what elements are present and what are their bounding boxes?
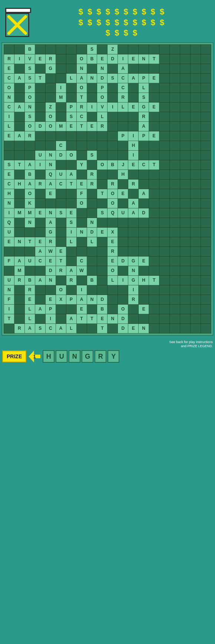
dark-cell	[128, 64, 139, 73]
dark-cell	[14, 189, 24, 198]
dark-cell	[159, 266, 170, 275]
letter-cell: C	[76, 112, 87, 121]
letter-cell: O	[108, 198, 118, 208]
letter-cell: L	[66, 237, 76, 246]
letter-cell: I	[128, 131, 139, 141]
dark-cell	[108, 295, 118, 304]
dark-cell	[97, 44, 108, 54]
dark-cell	[87, 266, 97, 275]
letter-cell: N	[4, 93, 14, 102]
dark-cell	[170, 256, 180, 266]
letter-cell: A	[45, 218, 56, 227]
dark-cell	[180, 121, 190, 131]
letter-cell: S	[108, 73, 118, 83]
dark-cell	[149, 208, 159, 218]
dark-cell	[190, 323, 201, 333]
letter-cell: T	[66, 179, 76, 189]
letter-cell: I	[45, 314, 56, 323]
letter-cell: O	[76, 198, 87, 208]
letter-cell: A	[66, 266, 76, 275]
dark-cell	[201, 150, 211, 160]
dark-cell	[190, 150, 201, 160]
dark-cell	[118, 44, 128, 54]
letter-cell: U	[4, 275, 14, 285]
dark-cell	[190, 285, 201, 295]
bonus-word-row: PRIZE1HUNGRY	[2, 350, 213, 363]
dark-cell	[128, 227, 139, 237]
letter-cell: O	[45, 121, 56, 131]
letter-cell: P	[24, 83, 35, 93]
dark-cell	[14, 93, 24, 102]
letter-cell: L	[97, 112, 108, 121]
letter-cell: S	[66, 218, 76, 227]
dark-cell	[14, 227, 24, 237]
dark-cell	[180, 208, 190, 218]
arrow-number-badge: 1	[29, 350, 40, 362]
letter-cell: T	[97, 323, 108, 333]
bonus-section: See back for play instructions and PRIZE…	[0, 337, 215, 368]
dark-cell	[45, 198, 56, 208]
dark-cell	[45, 83, 56, 93]
letter-cell: D	[118, 323, 128, 333]
dark-cell	[14, 314, 24, 323]
dark-cell	[14, 44, 24, 54]
dark-cell	[139, 64, 149, 73]
letter-cell: N	[139, 323, 149, 333]
letter-cell: U	[4, 227, 14, 237]
letter-cell: D	[35, 121, 45, 131]
dark-cell	[201, 44, 211, 54]
dark-cell	[201, 275, 211, 285]
dark-cell	[180, 189, 190, 198]
letter-cell: S	[87, 150, 97, 160]
letter-cell: M	[24, 208, 35, 218]
dark-cell	[201, 112, 211, 121]
letter-cell: L	[24, 304, 35, 314]
dark-cell	[201, 266, 211, 275]
dark-cell	[24, 266, 35, 275]
dark-cell	[159, 44, 170, 54]
dark-cell	[180, 83, 190, 93]
dark-cell	[180, 112, 190, 121]
letter-cell: X	[108, 227, 118, 237]
dark-cell	[56, 64, 66, 73]
dark-cell	[170, 275, 180, 285]
dark-cell	[35, 93, 45, 102]
back-text: See back for play instructions and PRIZE…	[165, 340, 213, 349]
dark-cell	[201, 198, 211, 208]
dark-cell	[87, 83, 97, 93]
letter-cell: D	[108, 54, 118, 64]
letter-cell: O	[45, 112, 56, 121]
dark-cell	[180, 295, 190, 304]
dollar-signs: $ $ $ $ $ $ $ $ $ $ $ $ $ $ $ $ $ $ $ $ …	[34, 7, 210, 38]
dark-cell	[190, 121, 201, 131]
letter-cell: R	[87, 170, 97, 179]
letter-cell: S	[139, 93, 149, 102]
letter-cell: I	[76, 285, 87, 295]
dark-cell	[139, 227, 149, 237]
dark-cell	[139, 150, 149, 160]
letter-cell: E	[4, 237, 14, 246]
letter-cell: H	[14, 179, 24, 189]
dark-cell	[180, 256, 190, 266]
dark-cell	[201, 323, 211, 333]
letter-cell: P	[139, 73, 149, 83]
dark-cell	[14, 295, 24, 304]
bonus-letter-cell: H	[43, 350, 54, 363]
dark-cell	[108, 131, 118, 141]
header-section: $ $ $ $ $ $ $ $ $ $ $ $ $ $ $ $ $ $ $ $ …	[0, 0, 215, 41]
dark-cell	[108, 93, 118, 102]
dark-cell	[97, 198, 108, 208]
dark-cell	[14, 304, 24, 314]
dark-cell	[35, 64, 45, 73]
letter-cell: D	[118, 256, 128, 266]
letter-cell: I	[128, 150, 139, 160]
dark-cell	[159, 198, 170, 208]
letter-cell: S	[97, 208, 108, 218]
dark-cell	[56, 304, 66, 314]
dark-cell	[159, 54, 170, 64]
letter-cell: L	[108, 275, 118, 285]
dark-cell	[201, 64, 211, 73]
dark-cell	[190, 256, 201, 266]
dark-cell	[170, 54, 180, 64]
letter-cell: V	[97, 102, 108, 112]
